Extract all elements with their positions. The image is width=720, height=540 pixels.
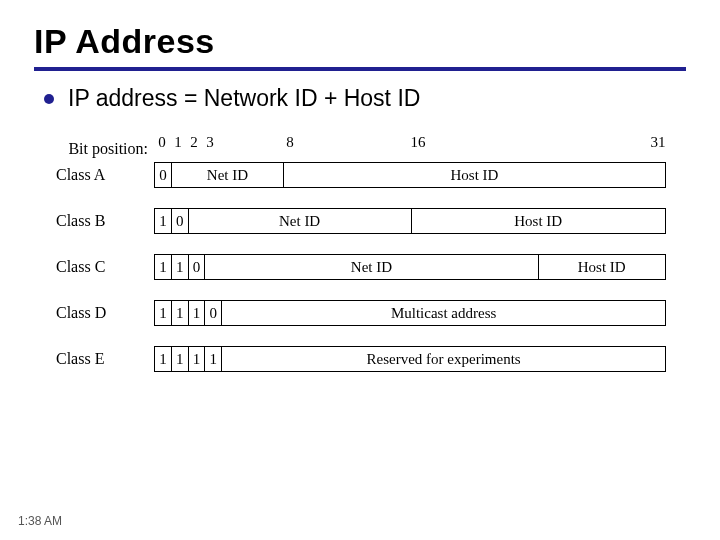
bit-position-scale: 0 1 2 3 8 16 31: [154, 134, 666, 154]
bullet-text: IP address = Network ID + Host ID: [68, 85, 420, 112]
class-diagram: Bit position: 0 1 2 3 8 16 31 Class A 0 …: [54, 134, 666, 372]
class-d-prefix-bit-1: 1: [172, 300, 189, 326]
class-b-label: Class B: [54, 212, 154, 230]
class-d-multicast: Multicast address: [222, 300, 666, 326]
class-e-prefix-bit-3: 1: [205, 346, 222, 372]
class-b-bar: 1 0 Net ID Host ID: [154, 208, 666, 234]
class-c-bar: 1 1 0 Net ID Host ID: [154, 254, 666, 280]
class-e-prefix-bit-2: 1: [189, 346, 206, 372]
class-d-prefix-bit-3: 0: [205, 300, 222, 326]
class-e-prefix-bit-1: 1: [172, 346, 189, 372]
tick-8: 8: [286, 134, 294, 151]
footer-timestamp: 1:38 AM: [18, 514, 62, 528]
class-a-netid: Net ID: [172, 162, 284, 188]
class-a-hostid: Host ID: [284, 162, 666, 188]
class-d-prefix-bit-0: 1: [154, 300, 172, 326]
class-e-row: Class E 1 1 1 1 Reserved for experiments: [54, 346, 666, 372]
class-c-netid: Net ID: [205, 254, 538, 280]
class-d-bar: 1 1 1 0 Multicast address: [154, 300, 666, 326]
class-b-prefix-bit-0: 1: [154, 208, 172, 234]
tick-3: 3: [206, 134, 214, 151]
bit-position-row: Bit position: 0 1 2 3 8 16 31: [54, 134, 666, 158]
class-c-prefix-bit-1: 1: [172, 254, 189, 280]
title-underline: [34, 67, 686, 71]
class-c-prefix-bit-0: 1: [154, 254, 172, 280]
class-c-prefix-bit-2: 0: [189, 254, 206, 280]
class-b-netid: Net ID: [189, 208, 412, 234]
class-d-label: Class D: [54, 304, 154, 322]
class-e-reserved: Reserved for experiments: [222, 346, 666, 372]
class-e-bar: 1 1 1 1 Reserved for experiments: [154, 346, 666, 372]
class-b-hostid: Host ID: [412, 208, 667, 234]
bullet-dot-icon: [44, 94, 54, 104]
class-a-bar: 0 Net ID Host ID: [154, 162, 666, 188]
class-c-hostid: Host ID: [539, 254, 667, 280]
class-c-label: Class C: [54, 258, 154, 276]
class-a-row: Class A 0 Net ID Host ID: [54, 162, 666, 188]
bullet-item: IP address = Network ID + Host ID: [44, 85, 686, 112]
tick-1: 1: [174, 134, 182, 151]
tick-2: 2: [190, 134, 198, 151]
class-d-row: Class D 1 1 1 0 Multicast address: [54, 300, 666, 326]
class-a-prefix-bit-0: 0: [154, 162, 172, 188]
class-c-row: Class C 1 1 0 Net ID Host ID: [54, 254, 666, 280]
class-a-label: Class A: [54, 166, 154, 184]
class-e-prefix-bit-0: 1: [154, 346, 172, 372]
class-d-prefix-bit-2: 1: [189, 300, 206, 326]
tick-16: 16: [410, 134, 425, 151]
class-e-label: Class E: [54, 350, 154, 368]
class-b-row: Class B 1 0 Net ID Host ID: [54, 208, 666, 234]
tick-0: 0: [158, 134, 166, 151]
bit-position-label: Bit position:: [54, 140, 154, 158]
class-b-prefix-bit-1: 0: [172, 208, 189, 234]
tick-31: 31: [651, 134, 666, 151]
slide-title: IP Address: [34, 22, 686, 61]
